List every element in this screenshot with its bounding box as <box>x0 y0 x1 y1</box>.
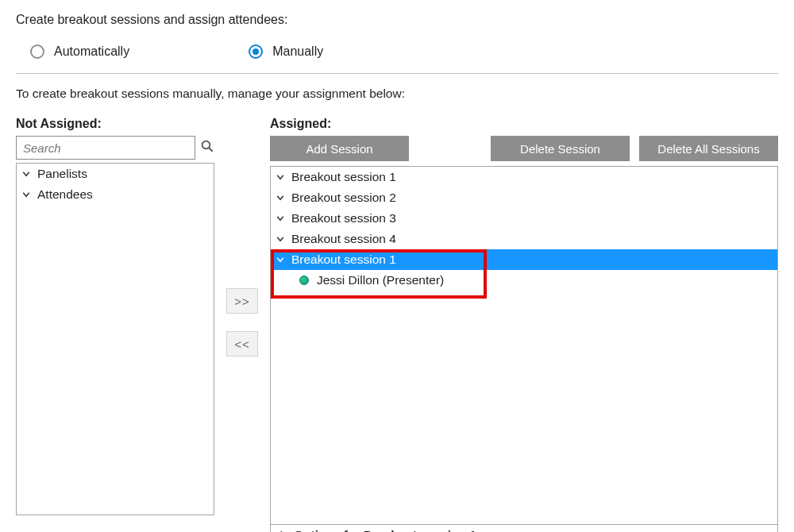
search-row <box>16 136 214 160</box>
assigned-column: Assigned: Add Session Delete Session Del… <box>270 117 778 532</box>
session-item-selected[interactable]: Breakout session 1 <box>271 249 777 270</box>
button-spacer <box>418 136 481 161</box>
options-label: Options for Breakout session 1 <box>294 528 476 533</box>
session-button-row: Add Session Delete Session Delete All Se… <box>270 136 778 161</box>
chevron-down-icon <box>21 190 31 199</box>
presence-icon <box>299 276 309 285</box>
attendee-name: Jessi Dillon (Presenter) <box>317 273 444 287</box>
chevron-down-icon <box>276 234 285 244</box>
session-item[interactable]: Breakout session 2 <box>271 187 777 208</box>
search-input[interactable] <box>16 136 195 160</box>
chevron-down-icon <box>21 169 31 179</box>
assigned-title: Assigned: <box>270 117 778 131</box>
move-in-button[interactable]: >> <box>226 288 258 314</box>
search-icon[interactable] <box>200 139 214 156</box>
session-label: Breakout session 1 <box>291 170 396 184</box>
group-attendees[interactable]: Attendees <box>17 184 214 205</box>
radio-circle-icon <box>249 44 263 59</box>
not-assigned-column: Not Assigned: Panelists Attendees <box>16 117 214 515</box>
header-text: Create breakout sessions and assign atte… <box>16 13 778 27</box>
instruction-text: To create breakout sessions manually, ma… <box>16 87 778 101</box>
group-label: Attendees <box>37 187 93 202</box>
session-label: Breakout session 2 <box>291 191 396 205</box>
svg-line-1 <box>209 148 213 152</box>
svg-point-0 <box>202 141 210 149</box>
session-label: Breakout session 1 <box>291 253 396 267</box>
move-out-button[interactable]: << <box>226 331 258 357</box>
not-assigned-title: Not Assigned: <box>16 117 214 131</box>
columns-layout: Not Assigned: Panelists Attendees >> << … <box>16 117 778 532</box>
session-attendee[interactable]: Jessi Dillon (Presenter) <box>271 270 777 291</box>
radio-auto-label: Automatically <box>54 44 129 59</box>
session-item[interactable]: Breakout session 3 <box>271 208 777 229</box>
separator <box>16 73 778 74</box>
delete-all-sessions-button[interactable]: Delete All Sessions <box>639 136 778 161</box>
move-buttons-column: >> << <box>214 117 270 357</box>
assigned-panel[interactable]: Breakout session 1 Breakout session 2 Br… <box>270 166 778 532</box>
session-label: Breakout session 4 <box>291 232 396 246</box>
chevron-down-icon <box>276 214 285 223</box>
not-assigned-panel[interactable]: Panelists Attendees <box>16 163 214 515</box>
radio-manually[interactable]: Manually <box>249 44 323 59</box>
radio-manual-label: Manually <box>272 44 323 59</box>
assignment-mode-radio-group: Automatically Manually <box>16 44 778 59</box>
chevron-down-icon <box>276 193 285 202</box>
chevron-right-icon <box>278 528 287 533</box>
radio-circle-icon <box>30 44 44 59</box>
chevron-down-icon <box>276 255 285 264</box>
radio-automatically[interactable]: Automatically <box>30 44 129 59</box>
group-label: Panelists <box>37 167 87 181</box>
session-item[interactable]: Breakout session 4 <box>271 229 777 249</box>
group-panelists[interactable]: Panelists <box>17 164 214 184</box>
options-row[interactable]: Options for Breakout session 1 <box>271 524 777 532</box>
delete-session-button[interactable]: Delete Session <box>491 136 630 161</box>
add-session-button[interactable]: Add Session <box>270 136 409 161</box>
chevron-down-icon <box>276 172 285 182</box>
radio-dot-icon <box>252 48 259 55</box>
session-item[interactable]: Breakout session 1 <box>271 167 777 187</box>
session-label: Breakout session 3 <box>291 211 396 226</box>
